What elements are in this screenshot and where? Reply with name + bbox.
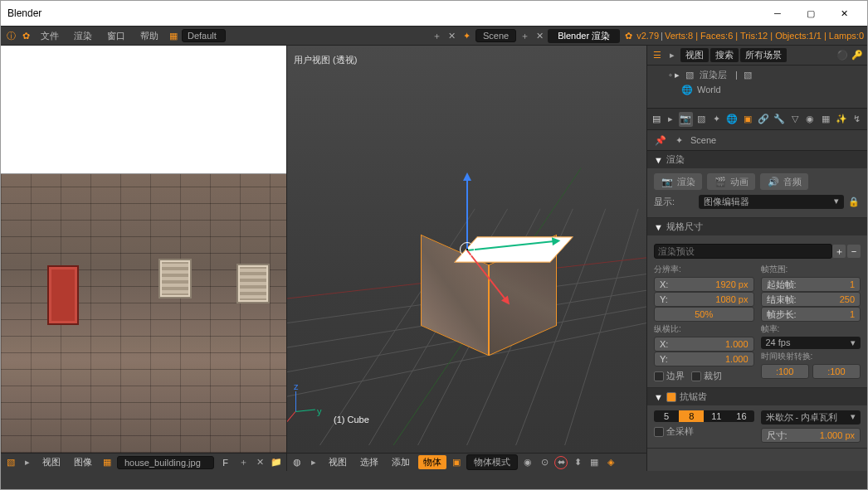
3d-viewport[interactable]: 用户视图 (透视) z y x (1) Cube <box>287 46 646 453</box>
uv-editor-type-icon[interactable]: ▧ <box>4 456 17 469</box>
uv-image-editor[interactable] <box>1 46 286 453</box>
vp-menu-view[interactable]: 视图 <box>324 455 352 469</box>
display-select[interactable]: 图像编辑器▾ <box>699 195 844 209</box>
aa-enable-check[interactable] <box>666 392 676 402</box>
outliner-row-renderlayers[interactable]: ◦ ▸ ▧渲染层|▧ <box>651 67 864 82</box>
remove-layout-icon[interactable]: ✕ <box>446 29 459 42</box>
fullsample-check[interactable]: 全采样 <box>654 426 694 436</box>
tab-particles[interactable]: ✨ <box>834 112 848 127</box>
image-browse-icon[interactable]: ▦ <box>100 456 114 469</box>
mode-selector[interactable]: 物体模式 <box>466 454 518 470</box>
start-frame-field[interactable]: 起始帧:1 <box>761 277 861 292</box>
layout-grid-icon[interactable]: ▦ <box>167 29 180 42</box>
res-x-field[interactable]: X:1920 px <box>654 277 754 292</box>
layout-selector[interactable]: Default <box>182 29 226 42</box>
props-type-icon[interactable]: ▤ <box>651 113 663 126</box>
add-layout-icon[interactable]: ＋ <box>431 29 444 42</box>
add-scene-icon[interactable]: ＋ <box>518 29 531 42</box>
aa-11[interactable]: 11 <box>704 410 729 422</box>
vp-menu-object[interactable]: 物体 <box>418 455 446 469</box>
aa-8[interactable]: 8 <box>679 410 704 422</box>
scene-selector[interactable]: Scene <box>475 29 516 42</box>
fake-user-toggle[interactable]: F <box>217 457 233 468</box>
render-engine-selector[interactable]: Blender 渲染 <box>548 29 620 43</box>
uv-menu-view[interactable]: 视图 <box>37 456 66 468</box>
window-minimize[interactable]: ─ <box>761 2 794 25</box>
tab-render[interactable]: 📷 <box>679 112 693 127</box>
panel-render-header[interactable]: ▼ 渲染 <box>647 151 867 168</box>
snap-icon[interactable]: ◈ <box>604 456 617 469</box>
tab-data[interactable]: ▽ <box>788 112 802 127</box>
menu-help[interactable]: 帮助 <box>134 28 165 44</box>
aa-16[interactable]: 16 <box>729 410 753 422</box>
tab-modifiers[interactable]: 🔧 <box>772 112 786 127</box>
unlink-image-icon[interactable]: ✕ <box>253 456 266 469</box>
shading-solid-icon[interactable]: ◉ <box>521 456 534 469</box>
pivot-icon[interactable]: ⊙ <box>538 456 551 469</box>
uv-menu-image[interactable]: 图像 <box>69 456 97 468</box>
mode-icon[interactable]: ▣ <box>450 456 463 469</box>
tab-world[interactable]: 🌐 <box>725 112 739 127</box>
preset-remove[interactable]: − <box>847 245 861 258</box>
aa-samples-segment[interactable]: 5 8 11 16 <box>654 410 754 422</box>
tab-scene[interactable]: ✦ <box>710 112 724 127</box>
vp-menu-add[interactable]: 添加 <box>387 455 415 469</box>
scene-icon[interactable]: ✦ <box>461 29 474 42</box>
lock-icon[interactable]: 🔒 <box>847 196 861 209</box>
outliner-tab-all[interactable]: 所有场景 <box>740 48 787 62</box>
remap-new-field[interactable]: :100 <box>812 364 861 379</box>
render-preset-select[interactable] <box>654 244 832 259</box>
border-check[interactable]: 边界 <box>654 370 685 382</box>
audio-button[interactable]: 🔊音频 <box>760 173 808 190</box>
aa-5[interactable]: 5 <box>654 410 679 422</box>
animation-button[interactable]: 🎬动画 <box>707 173 755 190</box>
add-image-icon[interactable]: ＋ <box>237 456 250 469</box>
remap-old-field[interactable]: :100 <box>761 364 809 379</box>
crop-check[interactable]: 裁切 <box>691 370 722 382</box>
outliner-row-world[interactable]: 🌐World <box>651 82 864 97</box>
preset-add[interactable]: ＋ <box>832 245 846 258</box>
gizmo-toggle-icon[interactable]: ⬍ <box>571 456 584 469</box>
end-frame-field[interactable]: 结束帧:250 <box>761 292 861 307</box>
outliner-type-icon[interactable]: ☰ <box>651 49 664 62</box>
fps-select[interactable]: 24 fps▾ <box>761 337 861 349</box>
expand-menu-icon[interactable]: ▸ <box>21 456 34 469</box>
menu-render[interactable]: 渲染 <box>67 28 99 44</box>
vp-menu-select[interactable]: 选择 <box>355 455 383 469</box>
tab-renderlayers[interactable]: ▧ <box>695 112 709 127</box>
panel-dimensions-header[interactable]: ▼ 规格尺寸 <box>647 218 867 235</box>
image-selector[interactable]: house_building.jpg <box>117 456 214 469</box>
expand-icon[interactable]: ▸ <box>665 113 677 126</box>
window-maximize[interactable]: ▢ <box>794 2 827 25</box>
expand-icon[interactable]: ▸ <box>666 49 679 62</box>
layers-icon[interactable]: ▦ <box>588 456 601 469</box>
manipulator-icon[interactable]: ⬌ <box>554 456 568 469</box>
viewport-type-icon[interactable]: ◍ <box>290 456 304 469</box>
gizmo-z-axis[interactable] <box>466 175 468 250</box>
open-image-icon[interactable]: 📁 <box>270 456 283 469</box>
tab-material[interactable]: ◉ <box>803 112 817 127</box>
tab-physics[interactable]: ↯ <box>850 112 864 127</box>
aspect-x-field[interactable]: X:1.000 <box>654 337 754 352</box>
menu-file[interactable]: 文件 <box>34 28 66 44</box>
tab-object[interactable]: ▣ <box>741 112 755 127</box>
step-frame-field[interactable]: 帧步长:1 <box>761 307 861 322</box>
res-y-field[interactable]: Y:1080 px <box>654 292 754 307</box>
aa-filter-select[interactable]: 米歇尔 - 内卓瓦利▾ <box>761 410 861 425</box>
menu-window[interactable]: 窗口 <box>100 28 132 44</box>
tab-texture[interactable]: ▦ <box>819 112 833 127</box>
expand-icon[interactable]: ▸ <box>307 456 320 469</box>
panel-aa-header[interactable]: ▼ 抗锯齿 <box>647 388 867 405</box>
tab-constraints[interactable]: 🔗 <box>757 112 771 127</box>
remove-scene-icon[interactable]: ✕ <box>533 29 546 42</box>
outliner-tab-view[interactable]: 视图 <box>680 48 709 62</box>
window-close[interactable]: ✕ <box>827 2 861 25</box>
outliner-tab-search[interactable]: 搜索 <box>710 48 739 62</box>
render-button[interactable]: 📷渲染 <box>654 173 702 190</box>
info-editor-icon[interactable]: ⓘ <box>4 29 17 42</box>
res-pct-field[interactable]: 50% <box>654 307 754 322</box>
aa-size-field[interactable]: 尺寸:1.000 px <box>761 428 861 443</box>
key-icon[interactable]: 🔑 <box>851 49 864 62</box>
aspect-y-field[interactable]: Y:1.000 <box>654 352 754 366</box>
pin-icon[interactable]: 📌 <box>654 133 667 147</box>
